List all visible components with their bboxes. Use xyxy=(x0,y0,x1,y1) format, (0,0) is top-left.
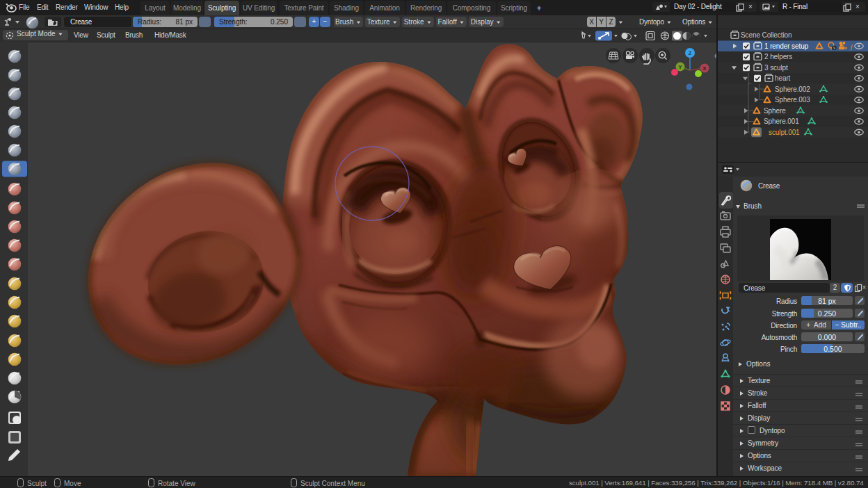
svg-text:Y: Y xyxy=(678,64,682,70)
svg-text:Z: Z xyxy=(689,50,692,56)
svg-text:X: X xyxy=(702,65,707,72)
